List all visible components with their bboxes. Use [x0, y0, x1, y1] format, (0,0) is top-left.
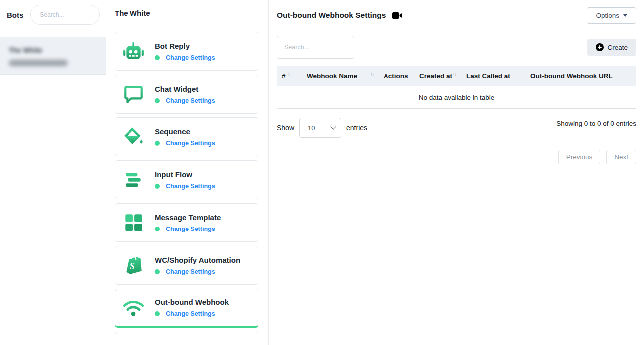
table-footer: Show 10 entries Showing 0 to 0 of 0 entr…	[277, 118, 636, 138]
status-dot	[155, 141, 160, 146]
bot-list-item-selected[interactable]: The White	[0, 37, 106, 75]
status-dot	[155, 98, 160, 103]
column-header-webhook-url: Out-bound Webhook URL	[525, 66, 636, 86]
entries-label: entries	[346, 124, 367, 132]
grid-icon	[122, 211, 145, 234]
column-header-index[interactable]: #↑↓	[277, 66, 302, 86]
wifi-icon	[122, 296, 145, 319]
change-settings-link[interactable]: Change Settings	[166, 268, 215, 275]
card-partial-next[interactable]	[115, 332, 258, 345]
column-header-webhook-name[interactable]: Webhook Name↑↓	[302, 66, 379, 86]
change-settings-link[interactable]: Change Settings	[166, 54, 215, 61]
previous-button[interactable]: Previous	[558, 150, 601, 164]
card-title: Sequence	[155, 127, 215, 136]
bots-search-input[interactable]	[30, 5, 100, 25]
sort-icon: ↑↓	[370, 72, 374, 77]
sidebar-header: Bots	[0, 0, 106, 30]
page-size-select[interactable]: 10	[299, 118, 341, 138]
next-button[interactable]: Next	[606, 150, 636, 164]
sidebar-title: Bots	[7, 11, 23, 19]
card-wc-shopify[interactable]: S WC/Shopify Automation Change Settings	[115, 246, 258, 285]
card-title: Out-bound Webhook	[155, 298, 229, 306]
card-title: Message Template	[155, 213, 221, 222]
caret-down-icon	[623, 14, 627, 17]
card-title: WC/Shopify Automation	[155, 256, 240, 264]
status-dot	[155, 269, 160, 274]
sort-icon: ↑↓	[453, 72, 456, 77]
panel-header: Out-bound Webhook Settings Options	[277, 7, 636, 24]
status-dot	[155, 184, 160, 189]
bots-sidebar: Bots The White	[0, 0, 106, 345]
card-title: Bot Reply	[155, 42, 215, 50]
paint-bucket-icon	[122, 125, 145, 148]
create-button-label: Create	[607, 44, 628, 51]
column-header-created-at[interactable]: Created at↑↓	[414, 66, 461, 86]
card-bot-reply[interactable]: Bot Reply Change Settings	[115, 32, 258, 71]
options-button[interactable]: Options	[587, 7, 636, 24]
shopify-bag-icon: S	[122, 254, 145, 277]
change-settings-link[interactable]: Change Settings	[166, 310, 215, 317]
bot-settings-panel: The White Bot Reply	[106, 0, 269, 345]
pagination: Previous Next	[277, 150, 636, 164]
card-title: Input Flow	[155, 170, 215, 179]
change-settings-link[interactable]: Change Settings	[166, 226, 215, 232]
bot-phone-redacted	[9, 60, 68, 66]
page-title: Out-bound Webhook Settings	[277, 11, 386, 20]
app-root: Bots The White The White	[0, 0, 644, 345]
create-button[interactable]: Create	[587, 39, 636, 56]
plus-circle-icon	[596, 43, 604, 51]
bars-icon	[122, 168, 145, 191]
table-toolbar: Create	[277, 36, 636, 59]
webhook-settings-panel: Out-bound Webhook Settings Options Creat…	[269, 0, 644, 345]
options-button-label: Options	[596, 12, 619, 19]
entries-summary: Showing 0 to 0 of 0 entries	[556, 118, 636, 127]
robot-icon	[122, 40, 145, 63]
status-dot	[155, 55, 160, 60]
status-dot	[155, 227, 160, 231]
chat-bubble-icon	[122, 83, 145, 106]
empty-table-row: No data available in table	[277, 86, 636, 109]
column-header-last-called-at: Last Called at	[461, 66, 525, 86]
status-dot	[155, 311, 160, 316]
video-camera-icon[interactable]	[392, 12, 403, 19]
page-size-control: Show 10 entries	[277, 118, 367, 138]
card-title: Chat Widget	[155, 85, 215, 93]
webhooks-table: #↑↓ Webhook Name↑↓ Actions Created at↑↓ …	[277, 66, 636, 109]
bot-name-redacted: The White	[9, 46, 42, 54]
change-settings-link[interactable]: Change Settings	[166, 183, 215, 190]
sort-icon: ↑↓	[287, 72, 291, 77]
show-label: Show	[277, 124, 294, 132]
card-message-template[interactable]: Message Template Change Settings	[115, 203, 258, 242]
column-header-actions: Actions	[379, 66, 414, 86]
settings-card-list: Bot Reply Change Settings Chat Widget	[115, 32, 258, 345]
change-settings-link[interactable]: Change Settings	[166, 140, 215, 147]
card-chat-widget[interactable]: Chat Widget Change Settings	[115, 75, 258, 114]
card-sequence[interactable]: Sequence Change Settings	[115, 117, 258, 156]
card-input-flow[interactable]: Input Flow Change Settings	[115, 160, 258, 199]
empty-table-message: No data available in table	[277, 86, 636, 109]
webhook-search-input[interactable]	[277, 36, 354, 59]
table-header-row: #↑↓ Webhook Name↑↓ Actions Created at↑↓ …	[277, 66, 636, 86]
svg-text:S: S	[130, 261, 135, 271]
change-settings-link[interactable]: Change Settings	[166, 97, 215, 104]
card-out-bound-webhook[interactable]: Out-bound Webhook Change Settings	[115, 289, 258, 328]
bot-panel-title: The White	[115, 9, 258, 17]
